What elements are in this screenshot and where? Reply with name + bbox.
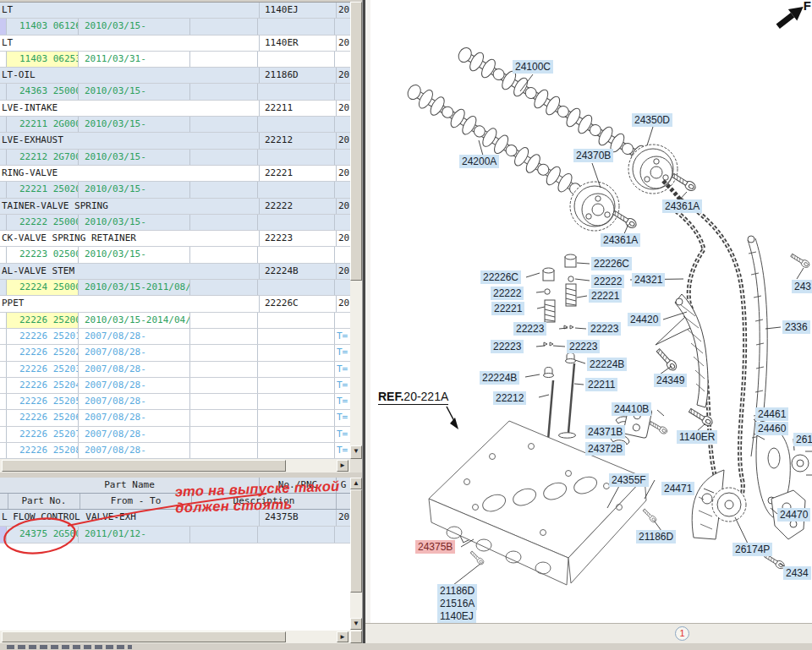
catalog-group-row[interactable]: LVE-EXHAUST2221220 bbox=[0, 133, 350, 149]
diagram-part-label[interactable]: 24350D bbox=[632, 113, 672, 127]
row-selection-marker bbox=[0, 410, 7, 425]
catalog-part-row[interactable]: 22221 250202010/03/15- bbox=[0, 182, 350, 198]
hscroll-right-button[interactable]: ► bbox=[337, 460, 348, 472]
diagram-part-label[interactable]: 21516A bbox=[437, 597, 477, 610]
diagram-part-label[interactable]: 1140ER bbox=[677, 430, 717, 444]
page-number-badge[interactable]: 1 bbox=[675, 626, 689, 641]
catalog-part-row[interactable]: 22224 250002010/03/15-2011/08/15 bbox=[0, 280, 350, 296]
diagram-part-label[interactable]: 24470 bbox=[777, 508, 810, 522]
vscroll-up-button[interactable]: ▲ bbox=[350, 478, 362, 489]
diagram-part-label[interactable]: 22223 bbox=[513, 322, 546, 336]
diagram-part-label[interactable]: 1140EJ bbox=[437, 609, 476, 623]
front-label: F bbox=[804, 0, 811, 13]
diagram-part-label[interactable]: 24410B bbox=[612, 402, 651, 416]
diagram-part-label[interactable]: 22226C bbox=[480, 270, 521, 284]
diagram-part-label[interactable]: 22221 bbox=[491, 302, 524, 315]
diagram-part-label[interactable]: 24460 bbox=[755, 422, 788, 435]
tail-cell bbox=[335, 182, 348, 197]
catalog-part-row[interactable]: 22226 252072007/08/28-T= bbox=[0, 427, 350, 443]
parts-list-table[interactable]: LT1140EJ2011403 06126K2010/03/15-LT1140E… bbox=[0, 2, 350, 460]
catalog-part-row[interactable]: 22222 250002010/03/15- bbox=[0, 215, 350, 231]
part-name-cell: LT-OIL bbox=[0, 68, 260, 83]
diagram-part-label[interactable]: 24461 bbox=[755, 407, 788, 421]
catalog-group-row[interactable]: LT1140ER20 bbox=[0, 36, 350, 52]
catalog-part-row[interactable]: 22226 252012007/08/28-T= bbox=[0, 329, 350, 345]
tail-cell: 20 bbox=[337, 3, 350, 18]
epc-window: LT1140EJ2011403 06126K2010/03/15-LT1140E… bbox=[0, 0, 812, 650]
vscroll-thumb[interactable] bbox=[350, 2, 362, 281]
tail-cell bbox=[335, 215, 348, 230]
catalog-group-row[interactable]: LT1140EJ20 bbox=[0, 3, 350, 19]
diagram-part-label[interactable]: 24375B bbox=[415, 540, 455, 554]
diagram-part-label[interactable]: 22221 bbox=[589, 289, 622, 303]
catalog-part-row[interactable]: 22226 252042007/08/28-T= bbox=[0, 378, 350, 394]
diagram-part-label[interactable]: 24100C bbox=[513, 60, 553, 74]
catalog-part-row[interactable]: 22226 252022007/08/28-T= bbox=[0, 345, 350, 361]
catalog-part-row[interactable]: 11403 06126K2010/03/15- bbox=[0, 19, 350, 35]
vscroll-down-button[interactable]: ▼ bbox=[350, 618, 362, 630]
diagram-part-label[interactable]: 24349 bbox=[654, 374, 687, 387]
diagram-part-label[interactable]: 243 bbox=[792, 280, 812, 293]
spacer-cell bbox=[190, 19, 258, 34]
diagram-part-label[interactable]: 22223 bbox=[491, 340, 524, 353]
diagram-part-label[interactable]: 2336 bbox=[782, 320, 810, 334]
catalog-part-row[interactable]: 24375 2G5002011/01/12- bbox=[0, 527, 350, 543]
diagram-part-label[interactable]: 22212 bbox=[493, 391, 526, 405]
diagram-part-label[interactable]: 22223 bbox=[567, 340, 600, 353]
catalog-group-row[interactable]: LVE-INTAKE2221120 bbox=[0, 101, 350, 117]
diagram-part-label[interactable]: 24200A bbox=[459, 155, 499, 168]
tail-cell: 20 bbox=[337, 231, 350, 246]
catalog-part-row[interactable]: 22226 252032007/08/28-T= bbox=[0, 362, 350, 378]
diagram-part-label[interactable]: 24321 bbox=[632, 273, 665, 287]
diagram-part-label[interactable]: 22224B bbox=[587, 358, 627, 371]
spacer-cell bbox=[190, 150, 258, 165]
diagram-part-label[interactable]: 22222 bbox=[591, 275, 624, 288]
from-to-cell: 2010/03/15-2011/08/15 bbox=[79, 280, 190, 295]
catalog-part-row[interactable]: 22226 252052007/08/28-T= bbox=[0, 394, 350, 410]
catalog-part-row[interactable]: 11403 062532011/03/31- bbox=[0, 52, 350, 68]
diagram-part-label[interactable]: 2434 bbox=[783, 566, 811, 580]
hscroll-thumb[interactable] bbox=[2, 631, 286, 642]
diagram-part-label[interactable]: 24361A bbox=[662, 199, 702, 213]
spacer-cell bbox=[190, 362, 258, 377]
tail-cell: T= bbox=[335, 378, 348, 393]
diagram-part-label[interactable]: 24371B bbox=[585, 425, 625, 439]
pnc-cell: 22211 bbox=[260, 101, 337, 116]
catalog-group-row[interactable]: TAINER-VALVE SPRING2222220 bbox=[0, 199, 350, 215]
catalog-part-row[interactable]: 22212 2G7002010/03/15- bbox=[0, 150, 350, 166]
diagram-part-label[interactable]: 21186D bbox=[437, 584, 477, 598]
hscroll-right-button[interactable]: ► bbox=[337, 631, 348, 642]
hscroll-thumb[interactable] bbox=[2, 460, 286, 472]
catalog-part-row[interactable]: 22211 2G0002010/03/15- bbox=[0, 117, 350, 133]
catalog-group-row[interactable]: AL-VALVE STEM22224B20 bbox=[0, 264, 350, 280]
diagram-part-label[interactable]: 22222 bbox=[491, 287, 524, 300]
diagram-part-label[interactable]: 22223 bbox=[588, 322, 621, 336]
diagram-part-label[interactable]: 22226C bbox=[591, 257, 632, 270]
diagram-part-label[interactable]: 261 bbox=[793, 433, 812, 446]
part-name-cell: LVE-EXHAUST bbox=[0, 133, 260, 148]
diagram-part-label[interactable]: 24361A bbox=[601, 233, 640, 247]
catalog-part-row[interactable]: 22226 252002010/03/15-2014/04/06 bbox=[0, 313, 350, 329]
diagram-part-label[interactable]: 24471 bbox=[661, 482, 694, 495]
tail-cell: T= bbox=[335, 329, 348, 344]
catalog-part-row[interactable]: 22223 025002010/03/15- bbox=[0, 247, 350, 263]
vscroll-down-button[interactable]: ▼ bbox=[350, 445, 362, 459]
diagram-part-label[interactable]: 22224B bbox=[480, 371, 519, 385]
catalog-group-row[interactable]: PPET22226C20 bbox=[0, 296, 350, 312]
diagram-part-label[interactable]: 24370B bbox=[573, 149, 613, 162]
catalog-part-row[interactable]: 22226 252062007/08/28-T= bbox=[0, 410, 350, 426]
diagram-part-label[interactable]: 24355F bbox=[609, 473, 649, 487]
ref-section-label[interactable]: REF.20-221A bbox=[378, 390, 448, 405]
diagram-part-label[interactable]: 21186D bbox=[636, 530, 676, 543]
catalog-group-row[interactable]: CK-VALVE SPRING RETAINER2222320 bbox=[0, 231, 350, 247]
row-selection-marker bbox=[0, 345, 7, 360]
catalog-part-row[interactable]: 22226 252082007/08/28-T= bbox=[0, 443, 350, 459]
catalog-group-row[interactable]: LT-OIL21186D20 bbox=[0, 68, 350, 84]
diagram-part-label[interactable]: 26174P bbox=[732, 543, 772, 556]
vscroll-thumb[interactable] bbox=[350, 489, 362, 593]
diagram-part-label[interactable]: 22211 bbox=[585, 378, 617, 391]
catalog-part-row[interactable]: 24363 250002010/03/15- bbox=[0, 84, 350, 100]
diagram-part-label[interactable]: 24372B bbox=[585, 442, 625, 456]
diagram-part-label[interactable]: 24420 bbox=[628, 313, 661, 326]
catalog-group-row[interactable]: RING-VALVE2222120 bbox=[0, 166, 350, 182]
